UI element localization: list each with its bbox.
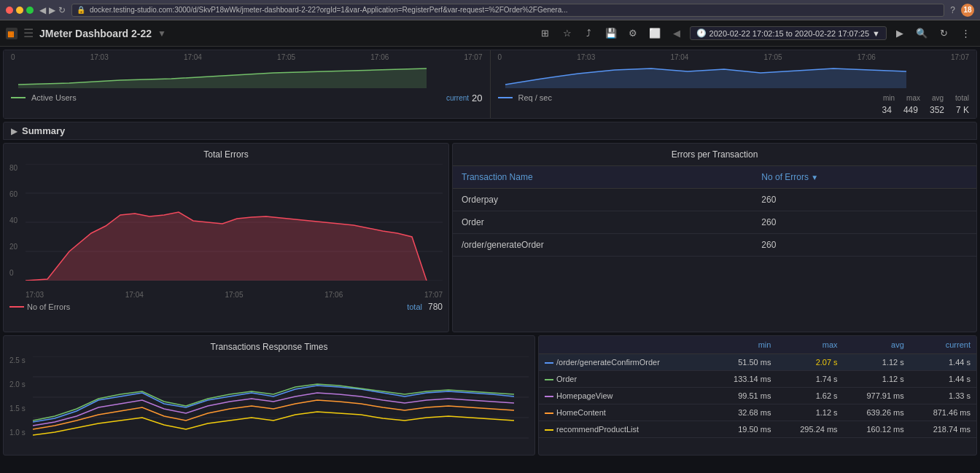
refresh-icon[interactable]: ↻	[935, 25, 952, 42]
minimize-button[interactable]	[16, 7, 23, 14]
row-color-indicator	[545, 379, 553, 380]
more-icon[interactable]: ⋮	[957, 25, 974, 42]
next-icon[interactable]: ▶	[891, 25, 909, 42]
grafana-logo: ▦	[6, 28, 18, 39]
dashboard-title: JMeter Dashboard 2-22	[39, 28, 152, 39]
row-color-indicator	[545, 413, 553, 414]
time-tick-r-1706: 17:06	[858, 53, 876, 61]
url-bar[interactable]: 🔒 docker.testing-studio.com:3000/d/SkvP1…	[71, 4, 944, 17]
summary-header[interactable]: ▶ Summary	[3, 122, 977, 140]
browser-bar: ◀ ▶ ↻ 🔒 docker.testing-studio.com:3000/d…	[0, 0, 980, 20]
response-table-row: /order/generateConfirmOrder51.50 ms2.07 …	[539, 354, 976, 371]
sort-icon: ▼	[811, 173, 818, 181]
response-times-table-panel: min max avg current /order/generateConfi…	[538, 335, 977, 456]
response-times-section: Transactions Response Times 2.5 s 2.0 s …	[3, 335, 977, 456]
table-row: /order/generateOrder 260	[453, 234, 976, 257]
y-label-2.0s: 2.0 s	[9, 380, 31, 388]
response-row-current: 871.46 ms	[910, 404, 976, 421]
req-per-sec-panel: 0 17:03 17:04 17:05 17:06 17:07 Req / s	[491, 50, 977, 118]
req-per-sec-sparkline	[498, 63, 970, 88]
row-color-indicator	[545, 396, 553, 397]
user-avatar[interactable]: 18	[961, 4, 974, 17]
y-label-0: 0	[9, 269, 24, 277]
prev-icon[interactable]: ◀	[668, 25, 685, 42]
browser-controls: ◀ ▶ ↻	[6, 5, 66, 15]
collapse-icon[interactable]: ▶	[11, 126, 18, 136]
req-per-sec-label: Req / sec	[518, 93, 552, 102]
total-errors-panel: Total Errors 80 60 40 20 0	[3, 143, 449, 332]
req-per-sec-legend-line	[498, 97, 513, 98]
transaction-name-generate-order: /order/generateOrder	[453, 234, 752, 257]
transaction-name-order: Order	[453, 211, 752, 234]
response-table-row: HomeContent32.68 ms1.12 s639.26 ms871.46…	[539, 404, 976, 421]
col-name-header	[539, 336, 710, 354]
settings-icon[interactable]: ⚙	[624, 25, 642, 42]
back-nav-icon[interactable]: ◀	[39, 5, 46, 15]
x-label-1707: 17:07	[424, 291, 443, 299]
save-icon[interactable]: 💾	[602, 25, 620, 42]
close-button[interactable]	[6, 7, 13, 14]
time-tick-r-1704: 17:04	[670, 53, 688, 61]
clock-icon: 🕐	[696, 28, 707, 38]
min-value: 34	[882, 105, 892, 115]
row-color-indicator	[545, 429, 553, 431]
response-row-max: 1.12 s	[777, 404, 843, 421]
time-tick-1706: 17:06	[370, 53, 389, 61]
req-stat-values: 34 449 352 7 K	[498, 105, 970, 115]
response-row-current: 1.44 s	[910, 354, 976, 371]
y-label-40: 40	[9, 216, 24, 224]
response-row-min: 99.51 ms	[710, 388, 777, 404]
response-table-row: Order133.14 ms1.74 s1.12 s1.44 s	[539, 371, 976, 388]
response-row-name: HomepageView	[539, 388, 710, 404]
current-label: current	[446, 94, 469, 102]
response-row-name: HomeContent	[539, 404, 710, 421]
total-errors-svg	[26, 164, 443, 281]
svg-marker-2	[18, 69, 427, 88]
col-errors-header[interactable]: No of Errors ▼	[752, 166, 976, 189]
response-row-min: 133.14 ms	[710, 371, 777, 388]
menu-icon[interactable]: ☰	[23, 26, 34, 40]
col-transaction-header: Transaction Name	[453, 166, 752, 189]
response-row-max: 295.24 ms	[777, 421, 843, 438]
time-tick-1707: 17:07	[464, 53, 482, 61]
response-row-min: 32.68 ms	[710, 404, 777, 421]
response-row-avg: 1.12 s	[844, 354, 910, 371]
response-row-name: recommendProductList	[539, 421, 710, 438]
dropdown-arrow-icon[interactable]: ▼	[158, 28, 166, 39]
svg-text:▦: ▦	[7, 30, 14, 38]
maximize-button[interactable]	[26, 7, 34, 14]
col-min-header: min	[710, 336, 777, 354]
star-icon[interactable]: ☆	[559, 25, 576, 42]
time-range-picker[interactable]: 🕐 2020-02-22 17:02:15 to 2020-02-22 17:0…	[690, 26, 887, 40]
panel-add-icon[interactable]: ⊞	[537, 25, 554, 42]
errors-orderpay: 260	[752, 189, 976, 211]
tv-icon[interactable]: ⬜	[646, 25, 664, 42]
response-row-avg: 160.12 ms	[844, 421, 910, 438]
y-label-1.0s: 1.0 s	[9, 429, 31, 437]
response-row-max: 2.07 s	[777, 354, 843, 371]
forward-nav-icon[interactable]: ▶	[49, 5, 55, 15]
active-users-sparkline	[11, 63, 483, 88]
time-tick-r-1707: 17:07	[951, 53, 969, 61]
summary-title: Summary	[22, 125, 65, 136]
response-row-current: 218.74 ms	[910, 421, 976, 438]
errors-legend-label: No of Errors	[27, 302, 70, 311]
errors-per-transaction-title: Errors per Transaction	[453, 144, 976, 166]
req-stats: min max avg total	[883, 94, 969, 102]
search-zoom-icon[interactable]: 🔍	[913, 25, 930, 42]
response-row-min: 51.50 ms	[710, 354, 777, 371]
time-tick-r-1703: 17:03	[577, 53, 595, 61]
response-row-avg: 977.91 ms	[844, 388, 910, 404]
svg-marker-3	[505, 69, 906, 88]
share-icon[interactable]: ⤴	[580, 25, 598, 42]
response-row-name: Order	[539, 371, 710, 388]
avg-value: 352	[930, 105, 944, 115]
help-icon[interactable]: ?	[950, 5, 955, 15]
active-users-legend-line	[11, 97, 26, 98]
response-table-row: recommendProductList19.50 ms295.24 ms160…	[539, 421, 976, 438]
response-times-svg	[33, 356, 529, 440]
response-row-avg: 1.12 s	[844, 371, 910, 388]
time-tick-1703: 17:03	[90, 53, 109, 61]
topbar-actions: ⊞ ☆ ⤴ 💾 ⚙ ⬜ ◀ 🕐 2020-02-22 17:02:15 to 2…	[537, 25, 974, 42]
reload-icon[interactable]: ↻	[58, 5, 66, 15]
